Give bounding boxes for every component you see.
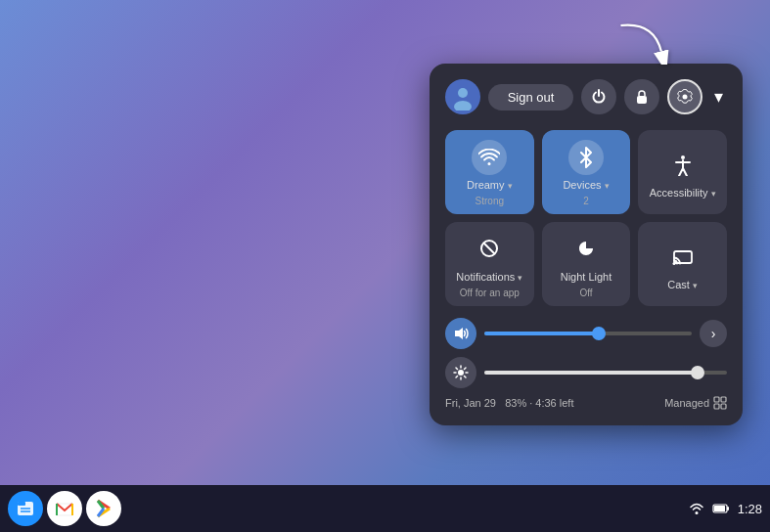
quick-settings-footer: Fri, Jan 29 83% · 4:36 left Managed bbox=[445, 396, 727, 410]
svg-line-16 bbox=[456, 368, 458, 370]
power-button[interactable] bbox=[581, 79, 616, 114]
notifications-label: Notifications ▾ bbox=[456, 271, 522, 284]
cast-icon bbox=[665, 240, 701, 275]
quick-settings-panel: Sign out ▾ bbox=[430, 64, 743, 425]
svg-rect-31 bbox=[727, 507, 729, 510]
accessibility-tile[interactable]: Accessibility ▾ bbox=[638, 130, 727, 214]
expand-button[interactable]: ▾ bbox=[710, 82, 727, 111]
desktop-background: Sign out ▾ bbox=[0, 0, 770, 532]
cast-label: Cast ▾ bbox=[667, 279, 698, 291]
play-store-icon[interactable] bbox=[86, 491, 121, 526]
nightlight-label: Night Light bbox=[561, 271, 612, 284]
svg-point-9 bbox=[672, 262, 675, 265]
accessibility-label: Accessibility ▾ bbox=[650, 187, 716, 200]
brightness-icon[interactable] bbox=[445, 357, 476, 388]
bluetooth-tile[interactable]: Devices ▾ 2 bbox=[542, 130, 631, 214]
avatar bbox=[445, 79, 480, 114]
volume-icon[interactable] bbox=[445, 318, 476, 349]
svg-line-7 bbox=[484, 244, 494, 253]
quick-settings-topbar: Sign out ▾ bbox=[445, 79, 727, 114]
wifi-icon bbox=[472, 140, 507, 175]
svg-point-1 bbox=[458, 88, 468, 98]
svg-rect-20 bbox=[714, 397, 719, 402]
svg-point-2 bbox=[454, 101, 472, 111]
svg-line-19 bbox=[456, 377, 458, 378]
volume-thumb[interactable] bbox=[592, 327, 606, 340]
settings-button[interactable] bbox=[667, 79, 702, 114]
arrow-indicator bbox=[613, 16, 672, 68]
brightness-slider[interactable] bbox=[484, 371, 727, 375]
svg-line-17 bbox=[465, 377, 467, 378]
svg-point-5 bbox=[681, 155, 685, 159]
gmail-app-icon[interactable] bbox=[47, 491, 82, 526]
quick-settings-grid: Dreamy ▾ Strong Devices ▾ 2 bbox=[445, 130, 727, 306]
brightness-thumb[interactable] bbox=[691, 366, 704, 379]
svg-rect-22 bbox=[714, 404, 719, 409]
battery-status-icon bbox=[712, 503, 730, 514]
svg-rect-30 bbox=[714, 506, 725, 511]
svg-point-11 bbox=[458, 370, 464, 376]
taskbar: 1:28 bbox=[0, 485, 770, 532]
notifications-sublabel: Off for an app bbox=[460, 288, 520, 298]
clock: 1:28 bbox=[738, 502, 762, 516]
bluetooth-label: Devices ▾ bbox=[563, 179, 609, 192]
svg-line-18 bbox=[465, 368, 467, 370]
wifi-tile[interactable]: Dreamy ▾ Strong bbox=[445, 130, 534, 214]
files-app-icon[interactable] bbox=[8, 491, 43, 526]
taskbar-status: 1:28 bbox=[689, 502, 762, 516]
volume-slider[interactable] bbox=[484, 332, 692, 335]
wifi-status-icon bbox=[689, 503, 704, 514]
nightlight-tile[interactable]: Night Light Off bbox=[542, 222, 631, 306]
cast-tile[interactable]: Cast ▾ bbox=[638, 222, 727, 306]
volume-row: › bbox=[445, 318, 727, 349]
svg-rect-25 bbox=[18, 502, 25, 506]
wifi-sublabel: Strong bbox=[476, 196, 504, 206]
sign-out-button[interactable]: Sign out bbox=[488, 84, 573, 111]
taskbar-apps bbox=[8, 491, 121, 526]
svg-rect-21 bbox=[721, 397, 726, 402]
date-battery-label: Fri, Jan 29 83% · 4:36 left bbox=[445, 397, 573, 409]
accessibility-icon bbox=[665, 148, 701, 183]
nightlight-icon bbox=[568, 232, 604, 267]
svg-marker-10 bbox=[455, 328, 463, 339]
wifi-label: Dreamy ▾ bbox=[467, 179, 513, 192]
nightlight-sublabel: Off bbox=[579, 288, 592, 298]
lock-button[interactable] bbox=[624, 79, 659, 114]
svg-rect-3 bbox=[637, 96, 647, 104]
notifications-icon bbox=[472, 232, 507, 267]
svg-point-4 bbox=[683, 95, 688, 100]
svg-rect-23 bbox=[721, 404, 726, 409]
bluetooth-icon bbox=[568, 140, 604, 175]
notifications-tile[interactable]: Notifications ▾ Off for an app bbox=[445, 222, 534, 306]
bluetooth-sublabel: 2 bbox=[583, 196, 589, 206]
brightness-row bbox=[445, 357, 727, 388]
managed-label: Managed bbox=[664, 396, 727, 410]
volume-expand-button[interactable]: › bbox=[700, 320, 727, 347]
